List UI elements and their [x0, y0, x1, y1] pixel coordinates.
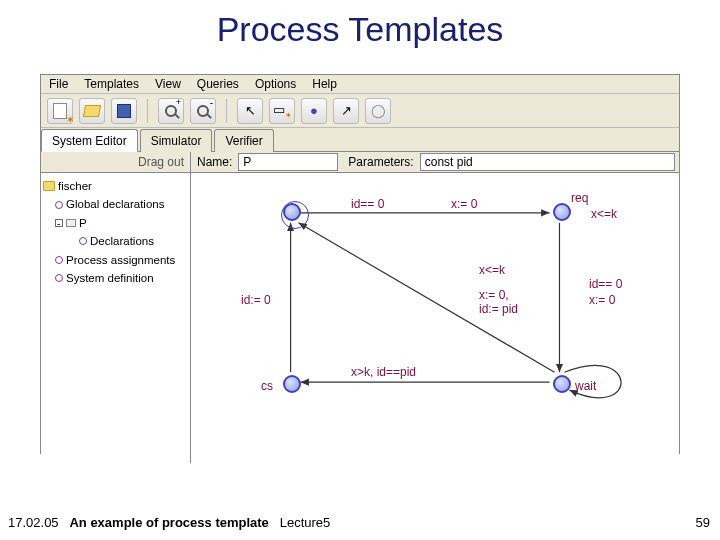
- project-tree[interactable]: fischer Global declarations P Declaratio…: [41, 173, 191, 463]
- location-req[interactable]: [553, 203, 571, 221]
- name-label: Name:: [191, 152, 238, 172]
- parameters-label: Parameters:: [342, 152, 419, 172]
- decl-icon: [79, 237, 87, 245]
- location-tool-button[interactable]: ●: [301, 98, 327, 124]
- menu-templates[interactable]: Templates: [84, 77, 139, 91]
- menu-view[interactable]: View: [155, 77, 181, 91]
- tree-template-p[interactable]: P: [79, 214, 87, 232]
- name-bar: Drag out Name: Parameters:: [41, 152, 679, 173]
- menu-options[interactable]: Options: [255, 77, 296, 91]
- tree-proc-assign[interactable]: Process assignments: [66, 251, 175, 269]
- menu-file[interactable]: File: [49, 77, 68, 91]
- nail-tool-button[interactable]: ◯: [365, 98, 391, 124]
- footer-caption: An example of process template: [69, 515, 268, 530]
- select-tool-button[interactable]: ↖: [237, 98, 263, 124]
- tab-verifier[interactable]: Verifier: [214, 129, 273, 152]
- collapse-icon[interactable]: [55, 219, 63, 227]
- zoom-out-icon: [197, 105, 209, 117]
- location-cs[interactable]: [283, 375, 301, 393]
- edge-wait-self-guard: id== 0: [589, 277, 622, 291]
- locname-req: req: [571, 191, 588, 205]
- edge-cs-idle-update: id:= 0: [241, 293, 271, 307]
- menubar: File Templates View Queries Options Help: [41, 75, 679, 94]
- template-icon: [66, 219, 76, 227]
- name-input[interactable]: [238, 153, 338, 171]
- menu-help[interactable]: Help: [312, 77, 337, 91]
- location-idle[interactable]: [283, 203, 301, 221]
- open-icon: [83, 105, 101, 117]
- save-button[interactable]: [111, 98, 137, 124]
- nail-icon: ◯: [371, 103, 386, 118]
- edge-idle-req-update: x:= 0: [451, 197, 477, 211]
- footer: 17.02.05 An example of process template …: [8, 515, 330, 530]
- template-tool-button[interactable]: ▭✶: [269, 98, 295, 124]
- edge-icon: ↗: [341, 103, 352, 118]
- slide-title: Process Templates: [0, 0, 720, 49]
- decl-icon: [55, 274, 63, 282]
- menu-queries[interactable]: Queries: [197, 77, 239, 91]
- automaton-canvas[interactable]: req wait cs x<=k id== 0 x:= 0 x<=k x:= 0…: [191, 173, 679, 463]
- edge-req-wait-update: x:= 0, id:= pid: [479, 288, 518, 316]
- decl-icon: [55, 201, 63, 209]
- tree-local-decl[interactable]: Declarations: [90, 232, 154, 250]
- parameters-input[interactable]: [420, 153, 675, 171]
- page-number: 59: [696, 515, 710, 530]
- folder-icon: [43, 181, 55, 191]
- edge-wait-self-update: x:= 0: [589, 293, 615, 307]
- app-window: File Templates View Queries Options Help…: [40, 74, 680, 454]
- footer-lecture: Lecture5: [280, 515, 331, 530]
- select-icon: ↖: [245, 103, 256, 118]
- open-button[interactable]: [79, 98, 105, 124]
- tabbar: System Editor Simulator Verifier: [41, 128, 679, 152]
- edge-tool-button[interactable]: ↗: [333, 98, 359, 124]
- new-icon: [53, 103, 67, 119]
- invariant-req: x<=k: [591, 207, 617, 221]
- edge-req-wait-guard: x<=k: [479, 263, 505, 277]
- edge-idle-req-guard: id== 0: [351, 197, 384, 211]
- dragout-label: Drag out: [41, 152, 191, 172]
- tree-sys-def[interactable]: System definition: [66, 269, 154, 287]
- tree-global-decl[interactable]: Global declarations: [66, 195, 164, 213]
- zoom-out-button[interactable]: -: [190, 98, 216, 124]
- edge-wait-cs-guard: x>k, id==pid: [351, 365, 416, 379]
- decl-icon: [55, 256, 63, 264]
- template-icon: ▭✶: [273, 102, 292, 120]
- zoom-in-button[interactable]: +: [158, 98, 184, 124]
- new-button[interactable]: ✶: [47, 98, 73, 124]
- locname-wait: wait: [575, 379, 596, 393]
- location-icon: ●: [310, 103, 318, 118]
- locname-cs: cs: [261, 379, 273, 393]
- toolbar: ✶ + - ↖ ▭✶ ● ↗ ◯: [41, 94, 679, 128]
- tree-root[interactable]: fischer: [58, 177, 92, 195]
- tab-system-editor[interactable]: System Editor: [41, 129, 138, 152]
- footer-date: 17.02.05: [8, 515, 59, 530]
- location-wait[interactable]: [553, 375, 571, 393]
- save-icon: [117, 104, 131, 118]
- tab-simulator[interactable]: Simulator: [140, 129, 213, 152]
